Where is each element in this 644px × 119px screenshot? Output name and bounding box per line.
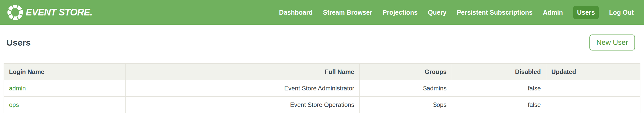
page-title: Users: [6, 38, 31, 48]
nav-item-dashboard[interactable]: Dashboard: [279, 6, 313, 19]
column-header-disabled: Disabled: [452, 64, 546, 80]
column-header-updated: Updated: [546, 64, 640, 80]
users-table: Login Name Full Name Groups Disabled Upd…: [4, 63, 640, 113]
column-header-full-name: Full Name: [125, 64, 359, 80]
cell-updated: [546, 80, 640, 97]
new-user-button[interactable]: New User: [589, 35, 635, 50]
nav-item-query[interactable]: Query: [428, 6, 446, 19]
column-header-groups: Groups: [359, 64, 452, 80]
cell-full-name: Event Store Administrator: [125, 80, 359, 97]
table-row: admin Event Store Administrator $admins …: [4, 80, 640, 97]
table-header-row: Login Name Full Name Groups Disabled Upd…: [4, 64, 640, 80]
nav-item-users[interactable]: Users: [573, 6, 599, 19]
brand-wordmark: EVENT STORE.: [26, 7, 92, 18]
table-row: ops Event Store Operations $ops false: [4, 97, 640, 113]
event-store-logo: EVENT STORE.: [7, 4, 92, 20]
cell-groups: $ops: [359, 97, 452, 113]
page-heading-row: Users New User: [0, 25, 644, 50]
nav-item-log-out[interactable]: Log Out: [609, 6, 634, 19]
main-nav: Dashboard Stream Browser Projections Que…: [279, 6, 634, 19]
cell-groups: $admins: [359, 80, 452, 97]
nav-item-admin[interactable]: Admin: [543, 6, 563, 19]
event-store-shutter-icon: [7, 4, 23, 20]
user-link-ops[interactable]: ops: [9, 101, 19, 108]
nav-item-stream-browser[interactable]: Stream Browser: [323, 6, 372, 19]
cell-full-name: Event Store Operations: [125, 97, 359, 113]
cell-disabled: false: [452, 80, 546, 97]
cell-updated: [546, 97, 640, 113]
app-header: EVENT STORE. Dashboard Stream Browser Pr…: [0, 0, 644, 25]
nav-item-projections[interactable]: Projections: [383, 6, 418, 19]
user-link-admin[interactable]: admin: [9, 85, 26, 92]
cell-disabled: false: [452, 97, 546, 113]
nav-item-persistent-subscriptions[interactable]: Persistent Subscriptions: [457, 6, 533, 19]
column-header-login-name: Login Name: [4, 64, 126, 80]
